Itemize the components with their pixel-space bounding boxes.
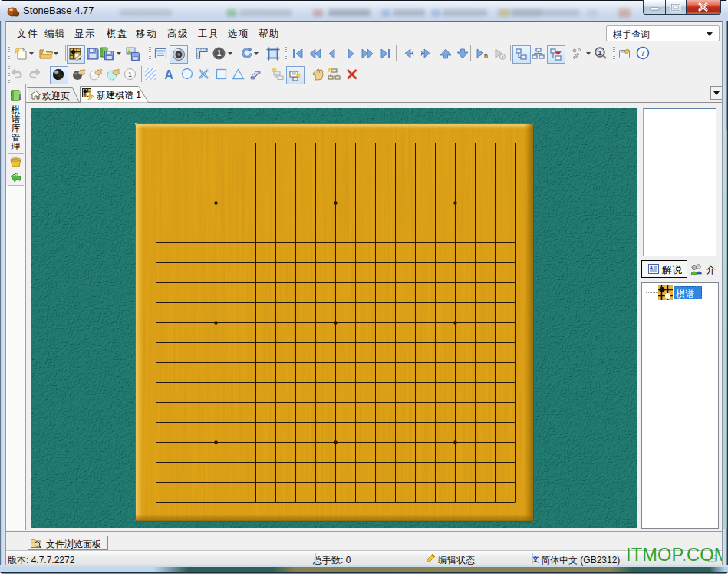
- svg-text:1: 1: [128, 71, 132, 78]
- svg-text:1: 1: [217, 49, 222, 58]
- svg-text:?: ?: [641, 48, 645, 58]
- svg-text:1: 1: [598, 49, 601, 57]
- svg-text:n: n: [484, 52, 488, 60]
- svg-text:A: A: [164, 68, 173, 81]
